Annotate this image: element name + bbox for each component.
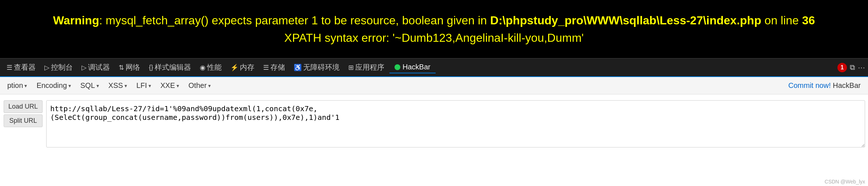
xxe-label: XXE: [160, 81, 175, 90]
devtools-application[interactable]: ⊞ 应用程序: [345, 61, 388, 74]
warning-filepath: D:\phpstudy_pro\WWW\sqllab\Less-27\index…: [490, 14, 761, 27]
devtools-hackbar[interactable]: HackBar: [389, 61, 436, 73]
style-editor-icon: {}: [149, 64, 153, 71]
storage-icon: ☰: [263, 64, 269, 72]
console-icon: ▷: [44, 64, 49, 72]
xss-chevron-icon: ▾: [124, 83, 127, 89]
warning-linenum: 36: [802, 14, 815, 27]
encoding-chevron-icon: ▾: [68, 83, 71, 89]
inspector-icon: ☰: [7, 64, 12, 72]
devtools-accessibility[interactable]: ♿ 无障碍环境: [290, 61, 343, 74]
commit-now-area: Commit now! HackBar: [784, 79, 865, 92]
option-dropdown[interactable]: ption ▾: [3, 79, 31, 92]
devtools-right-area: 1 ⧉ ⋯: [837, 63, 865, 72]
sql-chevron-icon: ▾: [96, 83, 99, 89]
memory-label: 内存: [240, 62, 254, 72]
xss-dropdown[interactable]: XSS ▾: [104, 79, 131, 92]
devtools-style-editor[interactable]: {} 样式编辑器: [145, 61, 195, 74]
inspector-label: 查看器: [14, 62, 36, 72]
lfi-dropdown[interactable]: LFI ▾: [132, 79, 155, 92]
more-icon[interactable]: ⋯: [858, 63, 865, 72]
hackbar-tab-label: HackBar: [403, 63, 431, 71]
hackbar-dot-icon: [395, 64, 400, 70]
warning-area: Warning: mysql_fetch_array() expects par…: [0, 0, 868, 58]
devtools-console[interactable]: ▷ 控制台: [41, 61, 76, 74]
debugger-label: 调试器: [88, 62, 110, 72]
option-label: ption: [7, 81, 23, 90]
accessibility-icon: ♿: [294, 64, 302, 72]
main-content: Load URL Split URL: [0, 94, 868, 153]
xss-label: XSS: [108, 81, 123, 90]
split-url-label: Split URL: [9, 117, 37, 124]
devtools-storage[interactable]: ☰ 存储: [259, 61, 289, 74]
application-icon: ⊞: [348, 64, 354, 72]
performance-icon: ◉: [200, 64, 206, 72]
copy-icon[interactable]: ⧉: [850, 63, 855, 72]
warning-keyword: Warning: [53, 14, 99, 27]
hackbar-brand-label: HackBar: [833, 81, 861, 89]
other-label: Other: [189, 81, 207, 90]
hackbar-toolbar: ption ▾ Encoding ▾ SQL ▾ XSS ▾ LFI ▾ XXE…: [0, 77, 868, 94]
lfi-label: LFI: [136, 81, 147, 90]
memory-icon: ⚡: [230, 64, 238, 72]
network-label: 网络: [126, 62, 140, 72]
performance-label: 性能: [207, 62, 222, 72]
devtools-performance[interactable]: ◉ 性能: [196, 61, 225, 74]
url-input[interactable]: [46, 100, 865, 147]
devtools-network[interactable]: ⇅ 网络: [115, 61, 144, 74]
option-chevron-icon: ▾: [24, 83, 27, 89]
xxe-dropdown[interactable]: XXE ▾: [156, 79, 183, 92]
application-label: 应用程序: [355, 62, 384, 72]
devtools-inspector[interactable]: ☰ 查看器: [3, 61, 39, 74]
sidebar-buttons: Load URL Split URL: [0, 97, 46, 130]
devtools-bar: ☰ 查看器 ▷ 控制台 ▷ 调试器 ⇅ 网络 {} 样式编辑器 ◉ 性能 ⚡ 内…: [0, 58, 868, 77]
xxe-chevron-icon: ▾: [177, 83, 179, 89]
warning-line1: Warning: mysql_fetch_array() expects par…: [53, 12, 815, 29]
warning-message-mid: : mysql_fetch_array() expects parameter …: [99, 14, 490, 27]
style-editor-label: 样式编辑器: [155, 62, 191, 72]
error-badge[interactable]: 1: [837, 63, 847, 72]
load-url-label: Load URL: [8, 103, 38, 110]
other-dropdown[interactable]: Other ▾: [184, 79, 215, 92]
sql-label: SQL: [80, 81, 95, 90]
split-url-button[interactable]: Split URL: [4, 114, 43, 127]
encoding-dropdown[interactable]: Encoding ▾: [32, 79, 75, 92]
encoding-label: Encoding: [36, 81, 67, 90]
other-chevron-icon: ▾: [208, 83, 211, 89]
commit-now-button[interactable]: Commit now!: [788, 81, 831, 89]
devtools-debugger[interactable]: ▷ 调试器: [78, 61, 114, 74]
error-count: 1: [841, 64, 844, 71]
load-url-button[interactable]: Load URL: [4, 100, 43, 113]
debugger-icon: ▷: [82, 64, 87, 72]
warning-online: on line: [761, 14, 802, 27]
console-label: 控制台: [51, 62, 73, 72]
accessibility-label: 无障碍环境: [303, 62, 340, 72]
lfi-chevron-icon: ▾: [148, 83, 151, 89]
warning-line2: XPATH syntax error: '~Dumb123,AngelinaI-…: [284, 29, 584, 46]
sql-dropdown[interactable]: SQL ▾: [76, 79, 103, 92]
network-icon: ⇅: [119, 64, 124, 72]
devtools-memory[interactable]: ⚡ 内存: [227, 61, 258, 74]
storage-label: 存储: [270, 62, 285, 72]
